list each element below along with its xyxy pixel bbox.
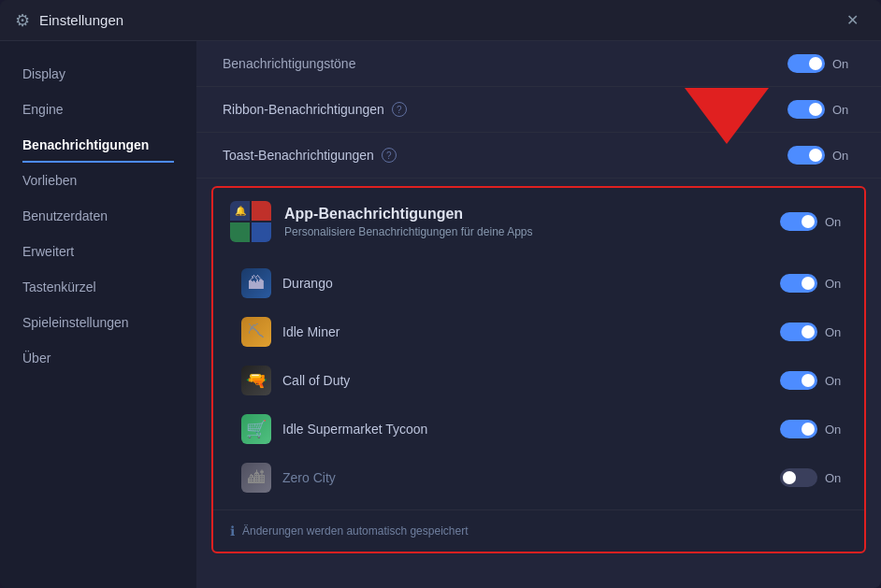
sidebar-item-benachrichtigungen[interactable]: Benachrichtigungen (0, 127, 196, 163)
settings-window: ⚙ Einstellungen ✕ Display Engine Benachr… (0, 0, 881, 588)
idle-miner-toggle[interactable] (780, 323, 817, 341)
idle-miner-toggle-container: On (780, 323, 847, 341)
app-notif-subtitle: Personalisiere Benachrichtigungen für de… (284, 225, 767, 238)
idle-supermarket-toggle-container: On (780, 420, 847, 438)
call-of-duty-toggle[interactable] (780, 371, 817, 390)
durango-name: Durango (282, 276, 769, 291)
settings-icon: ⚙ (15, 10, 30, 31)
app-row-zero-city: 🏙 Zero City On (213, 453, 864, 502)
row-benachrichtigungstoene: Benachrichtigungstöne On (196, 41, 881, 87)
idle-miner-icon: ⛏ (241, 317, 271, 347)
sidebar-item-erweitert[interactable]: Erweitert (0, 234, 196, 269)
sidebar-item-engine[interactable]: Engine (0, 92, 196, 127)
app-icon-bell: 🔔 (230, 201, 250, 221)
idle-miner-name: Idle Miner (282, 324, 769, 339)
toast-toggle-label: On (832, 149, 855, 163)
zero-city-icon: 🏙 (241, 463, 271, 493)
durango-toggle-label: On (825, 277, 847, 291)
benachrichtigungstoene-label: Benachrichtigungstöne (223, 56, 787, 71)
ribbon-label: Ribbon-Benachrichtigungen ? (223, 102, 787, 117)
footer-text: Änderungen werden automatisch gespeicher… (242, 524, 469, 538)
call-of-duty-icon: 🔫 (241, 366, 271, 395)
app-notif-toggle[interactable] (780, 212, 817, 231)
app-icon-green (230, 222, 250, 242)
ribbon-toggle-label: On (832, 103, 855, 117)
sidebar-item-benutzerdaten[interactable]: Benutzerdaten (0, 198, 196, 234)
app-row-durango: 🏔 Durango On (213, 259, 864, 308)
call-of-duty-toggle-container: On (780, 371, 847, 390)
titlebar: ⚙ Einstellungen ✕ (0, 0, 881, 41)
app-row-idle-supermarket: 🛒 Idle Supermarket Tycoon On (213, 405, 864, 453)
call-of-duty-toggle-label: On (825, 374, 847, 388)
ribbon-help-icon[interactable]: ? (392, 102, 407, 117)
app-icon-grid: 🔔 (230, 201, 271, 242)
idle-supermarket-icon: 🛒 (241, 414, 271, 444)
app-list: 🏔 Durango On ⛏ Idle Miner (213, 255, 864, 506)
ribbon-toggle-container: On (787, 100, 855, 119)
sidebar-item-display[interactable]: Display (0, 56, 196, 92)
idle-supermarket-name: Idle Supermarket Tycoon (282, 422, 769, 437)
zero-city-toggle[interactable] (780, 468, 817, 487)
app-notif-toggle-label: On (825, 215, 847, 229)
toast-toggle-container: On (787, 146, 855, 165)
toast-toggle[interactable] (787, 146, 825, 165)
app-notif-title: App-Benachrichtigungen (284, 206, 767, 222)
sidebar-item-tastenkuerzel[interactable]: Tastenkürzel (0, 269, 196, 305)
durango-toggle-container: On (780, 274, 847, 293)
app-row-call-of-duty: 🔫 Call of Duty On (213, 356, 864, 405)
sidebar: Display Engine Benachrichtigungen Vorlie… (0, 41, 196, 588)
row-ribbon: Ribbon-Benachrichtigungen ? On (196, 87, 881, 133)
durango-icon: 🏔 (241, 268, 271, 298)
app-notif-toggle-container: On (780, 212, 847, 231)
benachrichtigungstoene-toggle[interactable] (787, 54, 825, 73)
ribbon-toggle[interactable] (787, 100, 825, 119)
toast-label: Toast-Benachrichtigungen ? (223, 148, 787, 163)
benachrichtigungstoene-toggle-label: On (832, 57, 855, 71)
close-button[interactable]: ✕ (839, 7, 866, 33)
app-icon-red (252, 201, 271, 221)
sidebar-item-vorlieben[interactable]: Vorlieben (0, 163, 196, 198)
app-icon-blue (252, 222, 271, 242)
row-toast: Toast-Benachrichtigungen ? On (196, 133, 881, 179)
call-of-duty-name: Call of Duty (282, 373, 769, 388)
durango-toggle[interactable] (780, 274, 817, 293)
sidebar-item-spieleinstellungen[interactable]: Spieleinstellungen (0, 305, 196, 340)
zero-city-toggle-label: On (825, 471, 847, 485)
main-layout: Display Engine Benachrichtigungen Vorlie… (0, 41, 881, 588)
app-notifications-section: 🔔 App-Benachrichtigungen Personalisiere … (211, 186, 866, 553)
idle-supermarket-toggle[interactable] (780, 420, 817, 438)
main-content: Benachrichtigungstöne On Ribbon-Benachri… (196, 41, 881, 588)
footer-note: ℹ Änderungen werden automatisch gespeich… (213, 509, 864, 552)
sidebar-item-ueber[interactable]: Über (0, 340, 196, 376)
toast-help-icon[interactable]: ? (382, 148, 397, 163)
window-title: Einstellungen (39, 12, 839, 28)
zero-city-toggle-container: On (780, 468, 847, 487)
app-notif-header-text: App-Benachrichtigungen Personalisiere Be… (284, 206, 767, 238)
info-icon: ℹ (230, 523, 235, 538)
idle-miner-toggle-label: On (825, 325, 847, 339)
idle-supermarket-toggle-label: On (825, 423, 847, 437)
zero-city-name: Zero City (282, 470, 769, 485)
app-row-idle-miner: ⛏ Idle Miner On (213, 308, 864, 356)
app-notif-header: 🔔 App-Benachrichtigungen Personalisiere … (213, 188, 864, 255)
benachrichtigungstoene-toggle-container: On (787, 54, 855, 73)
